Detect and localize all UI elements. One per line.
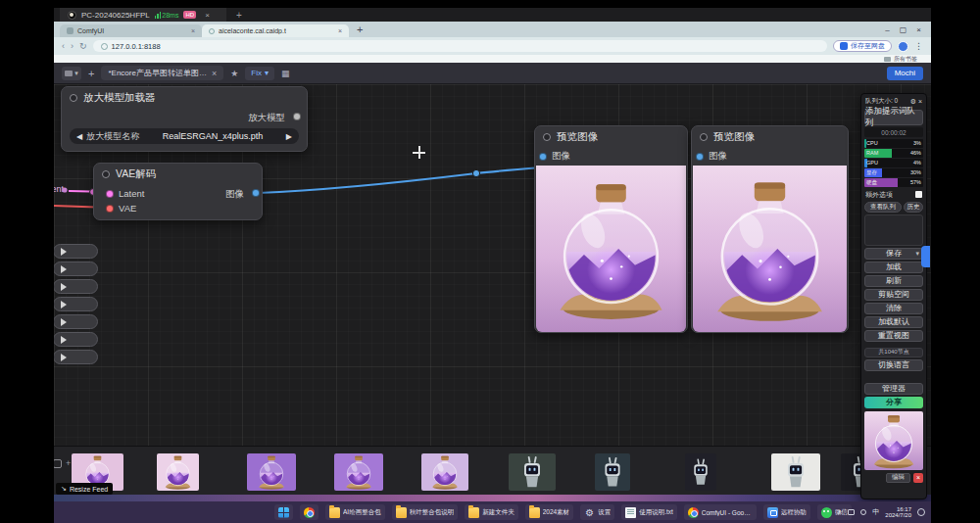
node-preview-image-2[interactable]: 预览图像 图像 <box>691 125 849 333</box>
output-slot-dot[interactable] <box>293 113 301 120</box>
collapse-dot[interactable] <box>102 170 110 178</box>
menu-button[interactable]: 加载 <box>864 262 923 273</box>
window-close-button[interactable]: × <box>916 25 921 34</box>
menu-button[interactable]: 重置视图 <box>864 330 923 342</box>
taskbar-item-folder[interactable]: 新建文件夹 <box>465 504 518 520</box>
view-history-button[interactable]: 历史 <box>904 202 923 213</box>
ime-indicator[interactable]: 中 <box>872 507 879 517</box>
image-slot-dot[interactable] <box>252 189 260 197</box>
remote-session-tab[interactable]: PC-20240625HFPL 28ms HD × <box>60 8 226 22</box>
close-feed-button[interactable]: × <box>913 473 923 483</box>
image-slot-dot[interactable] <box>696 153 704 161</box>
feed-add-icon[interactable]: + <box>66 459 71 468</box>
collapsed-node-stub[interactable] <box>53 262 98 276</box>
taskbar-item-folder[interactable]: 2024素材 <box>525 504 573 520</box>
vae-slot-dot[interactable] <box>106 205 114 213</box>
taskbar-item-gear[interactable]: ⚙设置 <box>580 504 614 520</box>
menu-button[interactable]: 刷新 <box>864 275 923 287</box>
close-panel-icon[interactable]: × <box>918 98 922 105</box>
close-tab-icon[interactable]: × <box>338 27 342 34</box>
edit-button[interactable]: 编辑 <box>886 473 910 483</box>
latest-output-thumbnail[interactable] <box>864 411 923 470</box>
collapse-dot[interactable] <box>70 94 77 102</box>
combo-left-arrow[interactable]: ◀ <box>76 132 82 141</box>
node-upscale-model-loader[interactable]: 放大模型加载器 放大模型 ◀ 放大模型名称 RealESRGAN_x4plus.… <box>61 86 308 152</box>
feed-thumbnail-jar[interactable] <box>421 453 468 491</box>
queue-prompt-button[interactable]: 添加提示词队列 <box>864 110 923 125</box>
window-maximize-button[interactable]: ▢ <box>900 25 907 34</box>
switch-language-button[interactable]: 切换语言 <box>864 359 923 371</box>
menu-button[interactable]: 加载默认 <box>864 316 923 328</box>
collapsed-node-stub[interactable] <box>53 297 98 311</box>
collapsed-node-stub[interactable] <box>53 314 98 329</box>
workflow-menu-button[interactable]: ▾ <box>62 67 81 80</box>
feed-thumbnail-robot[interactable] <box>685 453 716 491</box>
panel-handle[interactable] <box>921 246 930 267</box>
menu-button[interactable]: 剪贴空间 <box>864 289 923 301</box>
node-header[interactable]: 预览图像 <box>692 126 848 146</box>
clock[interactable]: 16:17 2024/7/20 <box>885 506 911 519</box>
combo-right-arrow[interactable]: ▶ <box>286 132 292 141</box>
extra-options-checkbox[interactable] <box>915 191 922 198</box>
browser-tab-comfyui[interactable]: ComfyUI × <box>60 24 202 37</box>
profile-avatar[interactable] <box>898 41 908 52</box>
menu-button[interactable]: 清除 <box>864 303 923 314</box>
feed-thumbnail-jar[interactable] <box>334 453 383 491</box>
feed-thumbnail-jar[interactable] <box>157 453 199 491</box>
workflow-tab[interactable]: *Encore产品早图转运单图… × <box>101 66 223 80</box>
feed-thumbnail-robot[interactable] <box>771 453 820 491</box>
tray-chevron-icon[interactable]: ∧ <box>837 508 842 516</box>
taskbar-item-folder[interactable]: 秋叶整合包说明 <box>392 504 459 520</box>
collapse-dot[interactable] <box>700 133 708 141</box>
image-slot-dot[interactable] <box>539 153 547 161</box>
latent-slot-dot[interactable] <box>106 190 114 198</box>
feed-thumbnail-jar[interactable] <box>247 453 296 491</box>
node-preview-image-1[interactable]: 预览图像 图像 <box>534 125 688 333</box>
taskbar-item-remote[interactable]: 远程协助 <box>763 504 810 520</box>
feed-layout-icon[interactable] <box>53 459 62 468</box>
close-tab-icon[interactable]: × <box>191 27 195 34</box>
window-minimize-button[interactable]: – <box>885 25 889 34</box>
forward-icon[interactable]: › <box>71 41 74 51</box>
mochi-button[interactable]: Mochi <box>887 67 923 80</box>
menu-button[interactable]: 保存▾ <box>864 248 923 260</box>
netdisk-extension-button[interactable]: 保存至网盘 <box>833 40 892 52</box>
browser-menu-icon[interactable]: ⋮ <box>914 41 923 51</box>
view-queue-button[interactable]: 查看队列 <box>864 202 902 213</box>
model-name-combo[interactable]: ◀ 放大模型名称 RealESRGAN_x4plus.pth ▶ <box>70 128 299 144</box>
feed-thumbnail-robot[interactable] <box>509 453 556 491</box>
collapsed-node-stub[interactable] <box>53 279 98 294</box>
collapsed-node-stub[interactable] <box>53 350 98 364</box>
collapse-dot[interactable] <box>543 133 551 141</box>
settings-gear-icon[interactable]: ⚙ <box>910 98 916 106</box>
node-header[interactable]: 预览图像 <box>535 126 687 146</box>
taskbar-item-chrome[interactable]: ComfyUI - Google C <box>684 504 757 520</box>
tray-volume-icon[interactable] <box>860 509 866 515</box>
share-button[interactable]: 分享 <box>864 397 923 408</box>
close-workflow-icon[interactable]: × <box>212 69 217 78</box>
bookmark-star-icon[interactable]: ★ <box>230 69 238 78</box>
browser-tab-active[interactable]: aicelaconte.cal.caidp.t × <box>202 24 349 37</box>
collapsed-node-stub[interactable] <box>53 332 98 347</box>
manager-button[interactable]: 管理器 <box>864 383 923 395</box>
new-session-button[interactable]: + <box>236 10 242 21</box>
feed-thumbnail-robot[interactable] <box>595 453 630 491</box>
back-icon[interactable]: ‹ <box>62 41 65 51</box>
node-header[interactable]: VAE解码 <box>94 164 262 183</box>
node-header[interactable]: 放大模型加载器 <box>62 87 307 107</box>
taskbar-item-doc[interactable]: 使用说明.txt <box>621 504 677 520</box>
notification-bell-icon[interactable] <box>917 508 925 516</box>
taskbar-item-chrome[interactable] <box>300 504 318 520</box>
taskbar-item-windows[interactable] <box>274 504 293 520</box>
grid-view-icon[interactable]: ▦ <box>281 69 290 78</box>
close-session-icon[interactable]: × <box>205 11 210 20</box>
fix-mode-dropdown[interactable]: Fix ▾ <box>245 67 274 80</box>
new-tab-button[interactable]: + <box>357 24 363 35</box>
collapsed-node-stub[interactable] <box>53 244 98 259</box>
taskbar-item-folder[interactable]: AI绘画整合包 <box>325 504 385 520</box>
url-field[interactable]: 127.0.0.1:8188 <box>93 40 827 52</box>
new-workflow-button[interactable]: + <box>88 68 94 79</box>
tray-display-icon[interactable] <box>848 509 855 515</box>
reload-icon[interactable]: ↻ <box>79 41 87 51</box>
node-vae-decode[interactable]: VAE解码 Latent VAE 图像 <box>93 163 263 220</box>
